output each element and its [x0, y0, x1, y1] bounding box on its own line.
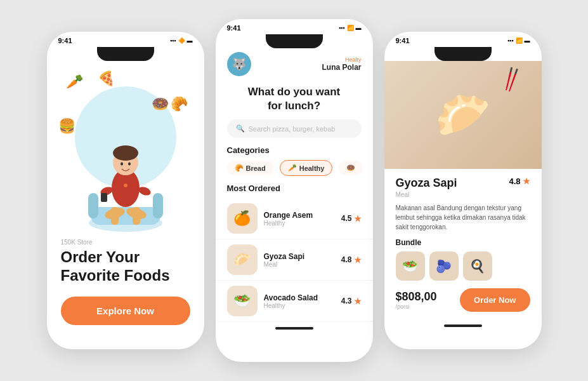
- phone-2: 9:41 ▪▪▪ 📶 ▬ 🐺 Healty Luna Polar What do…: [216, 19, 373, 362]
- svg-point-15: [121, 163, 123, 166]
- food-cat-1: Healthy: [264, 220, 335, 227]
- rating-value-1: 4.5: [341, 214, 352, 223]
- star-icon-3: ★: [354, 297, 362, 306]
- meal-label: Meal: [396, 191, 530, 198]
- food-img-gyoza: 🥟: [227, 244, 258, 275]
- food-rating-3: 4.3 ★: [341, 297, 362, 306]
- avatar[interactable]: 🐺: [227, 52, 251, 76]
- user-name: Luna Polar: [322, 63, 361, 72]
- phone1-title: Order Your Favorite Foods: [61, 248, 190, 285]
- bundle-label: Bundle: [396, 238, 530, 247]
- order-button[interactable]: Order Now: [460, 288, 530, 312]
- food-title: Gyoza Sapi: [396, 177, 457, 190]
- food-cat-2: Meal: [264, 261, 335, 268]
- svg-point-10: [137, 185, 152, 197]
- price-value: $808,00: [396, 290, 437, 304]
- scroll-indicator-3: [444, 324, 482, 327]
- svg-rect-11: [101, 193, 107, 202]
- person-illustration: [84, 124, 167, 232]
- category-bread[interactable]: 🥐 Bread: [227, 161, 273, 175]
- food-rating-2: 4.8 ★: [341, 255, 362, 265]
- category-healthy[interactable]: 🥕 Healthy: [280, 160, 333, 176]
- star-icon-1: ★: [354, 214, 362, 224]
- user-badge: Healty: [322, 57, 361, 63]
- food-donut-icon: 🍩: [152, 96, 169, 112]
- bundle-img-3: 🍳: [463, 251, 492, 281]
- status-bar-2: 9:41 ▪▪▪ 📶 ▬: [216, 19, 373, 34]
- food-name-3: Avocado Salad: [264, 293, 335, 302]
- healthy-icon: 🥕: [288, 164, 297, 172]
- rating-value-2: 4.8: [341, 255, 352, 264]
- phone2-header: 🐺 Healty Luna Polar: [216, 48, 373, 83]
- svg-rect-3: [153, 193, 163, 218]
- food-rating-1: 4.5 ★: [341, 214, 362, 224]
- notch-1: [97, 47, 154, 61]
- category-donut[interactable]: 🍩: [339, 161, 363, 175]
- food-hero-image: 🥢 🥟: [384, 61, 542, 169]
- search-placeholder: Search pizza, burger, kebab: [249, 125, 336, 133]
- title-line2: Favorite Foods: [61, 267, 170, 284]
- signal-icon-2: ▪▪▪: [339, 25, 345, 31]
- question-line1: What do you want: [248, 86, 340, 98]
- svg-point-14: [124, 184, 127, 187]
- food-carrot-icon: 🥕: [66, 74, 83, 90]
- bread-icon: 🥐: [235, 164, 244, 172]
- categories-row: 🥐 Bread 🥕 Healthy 🍩: [216, 160, 373, 184]
- phone3-body: Gyoza Sapi 4.8 ★ Meal Makanan asal Bandu…: [384, 169, 542, 319]
- phone1-bottom: 150K Store Order Your Favorite Foods Exp…: [47, 232, 204, 337]
- food-croissant-icon: 🥐: [171, 96, 188, 112]
- phone3-title-row: Gyoza Sapi 4.8 ★: [396, 177, 530, 190]
- star-icon: ★: [523, 177, 530, 186]
- food-info-gyoza: Gyoza Sapi Meal: [264, 252, 335, 268]
- signal-icon: ▪▪▪: [170, 37, 176, 44]
- search-bar[interactable]: 🔍 Search pizza, burger, kebab: [227, 119, 362, 138]
- food-name-2: Gyoza Sapi: [264, 252, 335, 261]
- svg-rect-1: [91, 207, 160, 225]
- price-sub: /porsi: [396, 304, 437, 310]
- search-icon: 🔍: [236, 124, 245, 133]
- food-pizza-icon: 🍕: [98, 70, 115, 87]
- svg-rect-2: [88, 193, 98, 218]
- time-2: 9:41: [227, 24, 241, 32]
- notch-3: [434, 47, 492, 61]
- store-label: 150K Store: [61, 239, 190, 246]
- time-1: 9:41: [58, 37, 72, 44]
- phone-3: 9:41 ▪▪▪ 📶 ▬ 🥢 🥟 Gyoza Sapi 4.8 ★ Meal: [384, 32, 542, 349]
- phone2-title: What do you want for lunch?: [216, 83, 373, 119]
- wifi-icon: 🔶: [178, 37, 185, 44]
- phone-1: 9:41 ▪▪▪ 🔶 ▬ 🥕 🍕 🍩 🍔 🥐: [47, 32, 204, 349]
- question-line2: for lunch?: [268, 100, 320, 112]
- status-icons-2: ▪▪▪ 📶 ▬: [339, 25, 362, 31]
- battery-icon-3: ▬: [525, 37, 530, 44]
- list-item[interactable]: 🥟 Gyoza Sapi Meal 4.8 ★: [216, 239, 373, 281]
- time-3: 9:41: [396, 37, 410, 44]
- notch-2: [266, 34, 323, 48]
- list-item[interactable]: 🥗 Avocado Salad Healthy 4.3 ★: [216, 281, 373, 322]
- phones-container: 9:41 ▪▪▪ 🔶 ▬ 🥕 🍕 🍩 🍔 🥐: [34, 6, 554, 375]
- price-block: $808,00 /porsi: [396, 290, 437, 310]
- bread-label: Bread: [246, 164, 266, 172]
- signal-icon-3: ▪▪▪: [507, 37, 514, 44]
- illustration-area: 🥕 🍕 🍩 🍔 🥐: [47, 61, 204, 232]
- star-icon-2: ★: [354, 255, 362, 265]
- food-description: Makanan asal Bandung dengan tekstur yang…: [396, 203, 530, 232]
- bundle-img-1: 🥗: [396, 251, 425, 281]
- chopstick-icon: 🥢: [495, 63, 526, 94]
- wifi-icon-3: 📶: [516, 37, 523, 44]
- status-bar-3: 9:41 ▪▪▪ 📶 ▬: [384, 32, 542, 47]
- scroll-indicator: [275, 327, 313, 330]
- healthy-label: Healthy: [299, 164, 325, 172]
- bundle-img-2: 🫐: [429, 251, 459, 281]
- gyoza-bowl-icon: 🥟: [435, 89, 490, 141]
- battery-icon: ▬: [187, 37, 193, 44]
- rating-value-3: 4.3: [341, 297, 352, 305]
- most-ordered-label: Most Ordered: [216, 184, 373, 198]
- svg-point-16: [128, 163, 131, 166]
- list-item[interactable]: 🍊 Orange Asem Healthy 4.5 ★: [216, 198, 373, 239]
- price-row: $808,00 /porsi Order Now: [396, 288, 530, 312]
- food-name-1: Orange Asem: [264, 211, 335, 220]
- explore-button[interactable]: Explore Now: [61, 297, 190, 325]
- rating-value: 4.8: [509, 177, 520, 186]
- battery-icon-2: ▬: [356, 25, 362, 31]
- wifi-icon-2: 📶: [347, 25, 354, 31]
